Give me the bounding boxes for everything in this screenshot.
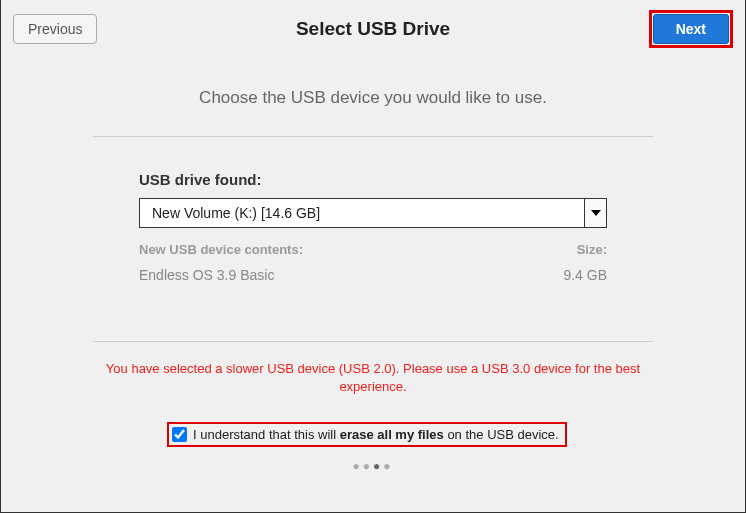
page-title: Select USB Drive bbox=[1, 18, 745, 40]
erase-confirm-row[interactable]: I understand that this will erase all my… bbox=[167, 422, 567, 447]
divider bbox=[93, 136, 653, 137]
drive-found-label: USB drive found: bbox=[139, 171, 607, 188]
drive-details: New USB device contents: Endless OS 3.9 … bbox=[139, 242, 607, 283]
contents-label: New USB device contents: bbox=[139, 242, 303, 257]
step-indicator: ●●●● bbox=[31, 459, 715, 473]
erase-confirm-checkbox[interactable] bbox=[172, 427, 187, 442]
drive-select[interactable]: New Volume (K:) [14.6 GB] bbox=[139, 198, 607, 228]
body: Choose the USB device you would like to … bbox=[1, 88, 745, 473]
drive-section: USB drive found: New Volume (K:) [14.6 G… bbox=[31, 171, 715, 283]
erase-confirm-text: I understand that this will erase all my… bbox=[193, 427, 559, 442]
drive-select-value: New Volume (K:) [14.6 GB] bbox=[140, 205, 584, 221]
previous-button[interactable]: Previous bbox=[13, 14, 97, 44]
divider bbox=[93, 341, 653, 342]
size-value: 9.4 GB bbox=[563, 267, 607, 283]
usb-speed-warning: You have selected a slower USB device (U… bbox=[93, 360, 653, 396]
contents-value: Endless OS 3.9 Basic bbox=[139, 267, 303, 283]
next-button[interactable]: Next bbox=[653, 14, 729, 44]
header-bar: Previous Select USB Drive Next bbox=[1, 0, 745, 58]
next-button-highlight: Next bbox=[649, 10, 733, 48]
chevron-down-icon bbox=[584, 199, 606, 227]
instruction-text: Choose the USB device you would like to … bbox=[31, 88, 715, 108]
size-label: Size: bbox=[563, 242, 607, 257]
